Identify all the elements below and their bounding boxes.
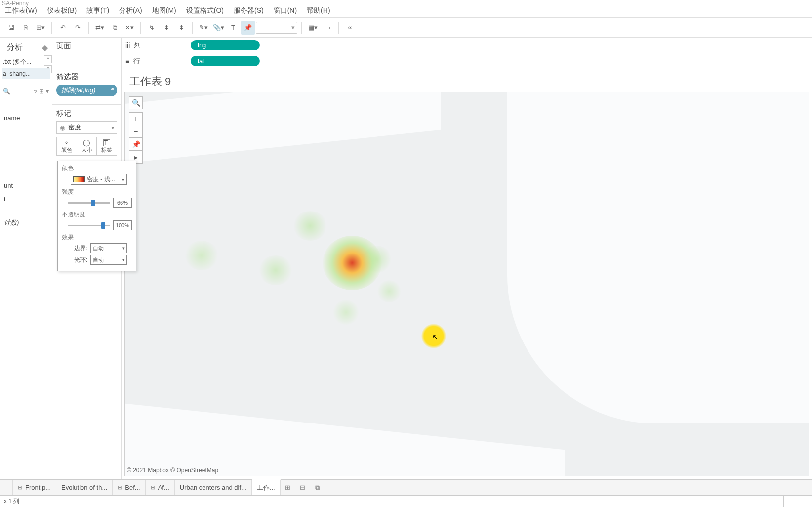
present-icon[interactable]: ▭ bbox=[321, 21, 334, 35]
new-story-tab-icon[interactable]: ⧉ bbox=[310, 480, 325, 495]
dashboard-icon: ⊞ bbox=[118, 484, 122, 491]
new-dashboard-tab-icon[interactable]: ⊟ bbox=[295, 480, 310, 495]
scroll-up-icon[interactable]: ˄ bbox=[44, 55, 52, 63]
save-icon[interactable]: 🖫 bbox=[4, 21, 18, 35]
new-datasource-icon[interactable]: ⎘ bbox=[19, 21, 33, 35]
map-pin-icon[interactable]: 📌 bbox=[129, 138, 143, 151]
heat-hotspot bbox=[184, 241, 219, 270]
border-dropdown[interactable]: 自动 bbox=[90, 243, 127, 253]
showme-icon[interactable]: ▦▾ bbox=[306, 21, 320, 35]
sheet-tab[interactable]: ⊞Af... bbox=[146, 480, 175, 495]
menu-worksheet[interactable]: 工作表(W) bbox=[0, 4, 42, 17]
rows-pill-lat[interactable]: lat bbox=[191, 56, 260, 66]
mark-color-button[interactable]: ⁘ 颜色 bbox=[56, 137, 77, 156]
map-zoom-in-icon[interactable]: + bbox=[129, 112, 143, 125]
sheet-tab[interactable]: ⊞Front p... bbox=[13, 480, 56, 495]
menu-window[interactable]: 窗口(N) bbox=[269, 4, 302, 17]
palette-name: 密度 - 浅... bbox=[87, 175, 115, 184]
map-zoom-out-icon[interactable]: − bbox=[129, 125, 143, 138]
intensity-slider[interactable] bbox=[68, 202, 110, 204]
status-bar: x 1 列 bbox=[0, 495, 812, 507]
field-unt[interactable]: unt bbox=[2, 179, 50, 192]
share-icon[interactable]: ∝ bbox=[343, 21, 357, 35]
analysis-header[interactable]: 分析 ◆ bbox=[2, 40, 50, 56]
halo-label: 光环: bbox=[71, 256, 87, 264]
label-icon[interactable]: T bbox=[226, 21, 240, 35]
filter-pill-label: 排除(lat,lng) bbox=[61, 86, 95, 94]
sheet-tab-active[interactable]: 工作... bbox=[252, 479, 281, 495]
analysis-label: 分析 bbox=[7, 42, 23, 53]
datasource-item[interactable]: a_shang... bbox=[2, 68, 50, 79]
window-title: SA-Penny bbox=[0, 0, 812, 4]
filters-card-header: 筛选器 bbox=[56, 72, 117, 82]
columns-icon: iii bbox=[125, 42, 130, 49]
water-shape bbox=[124, 403, 565, 476]
scroll-down-icon[interactable]: ˅ bbox=[44, 65, 52, 73]
opacity-value[interactable]: 100% bbox=[113, 220, 132, 230]
sheet-tab[interactable]: ⊞Bef... bbox=[113, 480, 145, 495]
autofix-icon[interactable]: ↯ bbox=[145, 21, 159, 35]
sort-desc-icon[interactable]: ⬍ bbox=[174, 21, 188, 35]
new-worksheet-icon[interactable]: ⊞▾ bbox=[34, 21, 47, 35]
menu-icon[interactable]: ▾ bbox=[46, 88, 49, 95]
separator bbox=[192, 22, 193, 34]
slider-thumb[interactable] bbox=[101, 222, 105, 229]
sheet-tab[interactable]: Evolution of th... bbox=[56, 480, 113, 495]
menu-story[interactable]: 故事(T) bbox=[81, 4, 114, 17]
separator bbox=[88, 22, 89, 34]
heat-hotspot bbox=[258, 255, 293, 285]
marks-type-dropdown[interactable]: ◉ 密度 ▾ bbox=[56, 121, 117, 134]
sort-asc-icon[interactable]: ⬍ bbox=[160, 21, 173, 35]
map-viz[interactable]: ↖ 🔍 + − 📌 ▸ © 2021 Mapbox © OpenStreetMa… bbox=[124, 92, 809, 476]
menu-server[interactable]: 服务器(S) bbox=[229, 4, 269, 17]
status-cell bbox=[759, 496, 783, 507]
intensity-value[interactable]: 66% bbox=[113, 198, 132, 208]
separator bbox=[140, 22, 141, 34]
color-edit-panel: 颜色 密度 - 浅... 强度 66% 不透明度 100% 效果 边界: 自动 bbox=[57, 161, 136, 271]
color-grid-icon: ⁘ bbox=[64, 139, 69, 146]
menu-analysis[interactable]: 分析(A) bbox=[114, 4, 147, 17]
new-worksheet-tab-icon[interactable]: ⊞ bbox=[281, 480, 295, 495]
map-search-icon[interactable]: 🔍 bbox=[129, 96, 143, 109]
menu-help[interactable]: 帮助(H) bbox=[302, 4, 335, 17]
menu-dashboard[interactable]: 仪表板(B) bbox=[42, 4, 82, 17]
halo-dropdown[interactable]: 自动 bbox=[90, 255, 127, 265]
mark-size-label: 大小 bbox=[81, 146, 92, 154]
filter-pill[interactable]: 排除(lat,lng) ⚭ bbox=[56, 85, 117, 96]
separator bbox=[338, 22, 339, 34]
undo-icon[interactable]: ↶ bbox=[56, 21, 70, 35]
filter-icon[interactable]: ▿ bbox=[34, 88, 37, 95]
menu-format[interactable]: 设置格式(O) bbox=[181, 4, 229, 17]
field-count[interactable]: 计数) bbox=[2, 215, 50, 230]
mark-size-button[interactable]: ◯ 大小 bbox=[77, 137, 97, 156]
duplicate-icon[interactable]: ⧉ bbox=[108, 21, 122, 35]
clear-icon[interactable]: ✕▾ bbox=[122, 21, 136, 35]
columns-pill-lng[interactable]: lng bbox=[191, 40, 260, 50]
fit-dropdown[interactable]: ▾ bbox=[256, 22, 297, 34]
redo-icon[interactable]: ↷ bbox=[71, 21, 84, 35]
highlight-icon[interactable]: ✎▾ bbox=[197, 21, 210, 35]
palette-dropdown[interactable]: 密度 - 浅... bbox=[71, 174, 127, 185]
opacity-slider[interactable] bbox=[68, 225, 110, 226]
search-icon[interactable]: 🔍 bbox=[3, 88, 10, 95]
mark-label-button[interactable]: T 标签 bbox=[97, 137, 117, 156]
collapse-icon[interactable]: ◆ bbox=[42, 43, 48, 52]
tab-scroll-left[interactable] bbox=[0, 480, 13, 495]
swap-icon[interactable]: ⇄▾ bbox=[93, 21, 107, 35]
datasource-item[interactable]: .txt (多个... bbox=[2, 56, 50, 68]
view-icon[interactable]: ⊞ bbox=[39, 88, 44, 95]
pin-icon[interactable]: 📌 bbox=[241, 21, 255, 35]
heat-hotspot bbox=[293, 211, 327, 241]
heat-hotspot bbox=[377, 280, 402, 302]
menu-map[interactable]: 地图(M) bbox=[147, 4, 181, 17]
field-t[interactable]: t bbox=[2, 192, 50, 206]
dashboard-icon: ⊞ bbox=[151, 484, 155, 491]
sheet-tab[interactable]: Urban centers and dif... bbox=[175, 480, 252, 495]
attach-icon[interactable]: 📎▾ bbox=[211, 21, 225, 35]
sheet-title[interactable]: 工作表 9 bbox=[122, 69, 812, 92]
tab-label: Front p... bbox=[25, 484, 51, 491]
cp-intensity-label: 强度 bbox=[62, 188, 132, 196]
field-name[interactable]: name bbox=[2, 111, 50, 125]
slider-thumb[interactable] bbox=[91, 200, 95, 206]
tab-label: Evolution of th... bbox=[61, 484, 107, 491]
